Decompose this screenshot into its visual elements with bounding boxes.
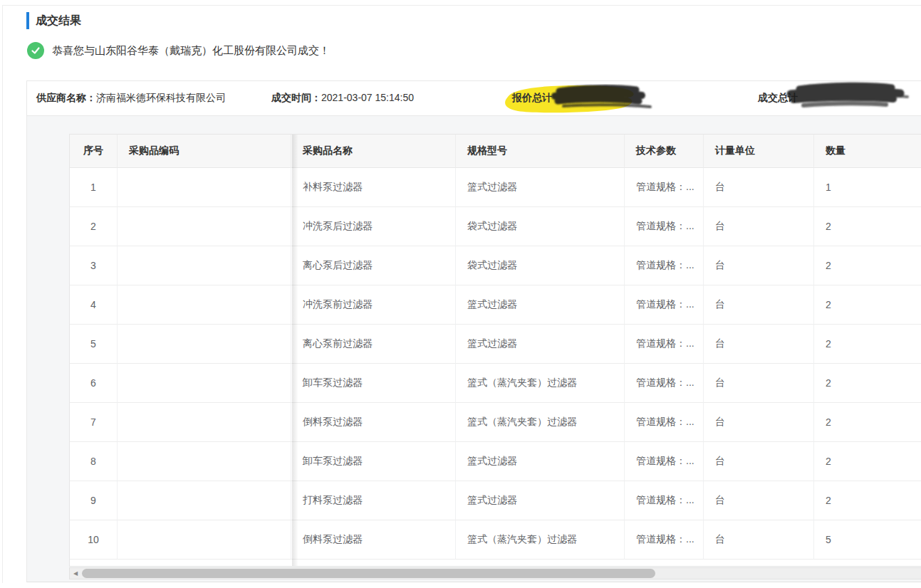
- cell-index: 8: [70, 442, 118, 481]
- cell-tech: 管道规格：...: [625, 364, 704, 403]
- cell-tech: 管道规格：...: [625, 442, 704, 481]
- cell-name: 冲洗泵前过滤器: [291, 285, 456, 325]
- cell-spec: 篮式过滤器: [456, 325, 625, 364]
- cell-code: [118, 364, 291, 403]
- cell-tech: 管道规格：...: [625, 481, 704, 520]
- success-check-icon: [27, 42, 44, 59]
- cell-index: 5: [70, 325, 118, 364]
- cell-qty: 2: [814, 325, 921, 364]
- table-row: 2冲洗泵后过滤器袋式过滤器管道规格：...台2: [70, 207, 921, 246]
- cell-unit: 台: [704, 403, 814, 442]
- supplier-label: 供应商名称：: [36, 92, 96, 103]
- column-header-unit: 计量单位: [704, 135, 814, 168]
- items-table: 序号采购品编码采购品名称规格型号技术参数计量单位数量 1补料泵过滤器篮式过滤器管…: [70, 135, 921, 560]
- cell-qty: 2: [814, 246, 921, 285]
- cell-index: 9: [70, 481, 118, 520]
- cell-spec: 篮式（蒸汽夹套）过滤器: [456, 364, 625, 403]
- cell-tech: 管道规格：...: [625, 325, 704, 364]
- cell-unit: 台: [704, 481, 814, 520]
- deal-result-page: 成交结果 恭喜您与山东阳谷华泰（戴瑞克）化工股份有限公司成交！ 供应商名称：济南…: [0, 0, 921, 588]
- cell-qty: 2: [814, 403, 921, 442]
- cell-code: [118, 481, 291, 520]
- cell-qty: 2: [814, 364, 921, 403]
- cell-unit: 台: [704, 325, 814, 364]
- cell-tech: 管道规格：...: [625, 246, 704, 285]
- cell-name: 离心泵前过滤器: [291, 325, 456, 364]
- cell-unit: 台: [704, 207, 814, 246]
- supplier-info: 供应商名称：济南福米德环保科技有限公司: [36, 92, 226, 105]
- cell-spec: 袋式过滤器: [456, 246, 625, 285]
- cell-tech: 管道规格：...: [625, 520, 704, 560]
- page-title: 成交结果: [36, 14, 81, 28]
- cell-index: 4: [70, 285, 118, 325]
- cell-index: 6: [70, 364, 118, 403]
- table-row: 1补料泵过滤器篮式过滤器管道规格：...台1: [70, 168, 921, 207]
- cell-spec: 篮式过滤器: [456, 442, 625, 481]
- cell-name: 离心泵后过滤器: [291, 246, 456, 285]
- table-row: 4冲洗泵前过滤器篮式过滤器管道规格：...台2: [70, 285, 921, 325]
- table-row: 10倒料泵过滤器篮式（蒸汽夹套）过滤器管道规格：...台5: [70, 520, 921, 560]
- cell-index: 1: [70, 168, 118, 207]
- cell-index: 3: [70, 246, 118, 285]
- success-message-text: 恭喜您与山东阳谷华泰（戴瑞克）化工股份有限公司成交！: [52, 44, 330, 58]
- scrollbar-left-arrow-icon[interactable]: ◀: [70, 568, 81, 579]
- items-table-viewport: 序号采购品编码采购品名称规格型号技术参数计量单位数量 1补料泵过滤器篮式过滤器管…: [69, 134, 921, 567]
- table-row: 8卸车泵过滤器篮式过滤器管道规格：...台2: [70, 442, 921, 481]
- cell-code: [118, 442, 291, 481]
- table-row: 5离心泵前过滤器篮式过滤器管道规格：...台2: [70, 325, 921, 364]
- cell-spec: 篮式（蒸汽夹套）过滤器: [456, 520, 625, 560]
- cell-name: 卸车泵过滤器: [291, 442, 456, 481]
- horizontal-scrollbar[interactable]: ◀: [69, 567, 921, 579]
- cell-index: 7: [70, 403, 118, 442]
- table-row: 7倒料泵过滤器篮式（蒸汽夹套）过滤器管道规格：...台2: [70, 403, 921, 442]
- cell-name: 补料泵过滤器: [291, 168, 456, 207]
- column-header-code: 采购品编码: [118, 135, 291, 168]
- deal-info-bar: 供应商名称：济南福米德环保科技有限公司 成交时间：2021-03-07 15:1…: [26, 80, 921, 116]
- deal-time-value: 2021-03-07 15:14:50: [321, 92, 414, 103]
- table-region: 序号采购品编码采购品名称规格型号技术参数计量单位数量 1补料泵过滤器篮式过滤器管…: [26, 116, 921, 582]
- cell-tech: 管道规格：...: [625, 207, 704, 246]
- cell-code: [118, 168, 291, 207]
- table-row: 6卸车泵过滤器篮式（蒸汽夹套）过滤器管道规格：...台2: [70, 364, 921, 403]
- quote-total-label: 报价总计: [512, 92, 552, 103]
- cell-tech: 管道规格：...: [625, 285, 704, 325]
- cell-name: 倒料泵过滤器: [291, 520, 456, 560]
- cell-qty: 1: [814, 168, 921, 207]
- cell-code: [118, 403, 291, 442]
- cell-spec: 篮式（蒸汽夹套）过滤器: [456, 403, 625, 442]
- column-header-tech: 技术参数: [625, 135, 704, 168]
- deal-time-label: 成交时间：: [271, 92, 321, 103]
- cell-qty: 5: [814, 520, 921, 560]
- scrollbar-thumb[interactable]: [82, 569, 655, 578]
- table-row: 9打料泵过滤器篮式过滤器管道规格：...台2: [70, 481, 921, 520]
- cell-name: 打料泵过滤器: [291, 481, 456, 520]
- cell-spec: 篮式过滤器: [456, 285, 625, 325]
- cell-qty: 2: [814, 481, 921, 520]
- cell-name: 倒料泵过滤器: [291, 403, 456, 442]
- table-header-row: 序号采购品编码采购品名称规格型号技术参数计量单位数量: [70, 135, 921, 168]
- cell-index: 10: [70, 520, 118, 560]
- cell-unit: 台: [704, 442, 814, 481]
- column-header-qty: 数量: [814, 135, 921, 168]
- cell-code: [118, 207, 291, 246]
- column-header-name: 采购品名称: [291, 135, 456, 168]
- cell-code: [118, 325, 291, 364]
- cell-unit: 台: [704, 246, 814, 285]
- cell-tech: 管道规格：...: [625, 403, 704, 442]
- cell-name: 卸车泵过滤器: [291, 364, 456, 403]
- cell-name: 冲洗泵后过滤器: [291, 207, 456, 246]
- cell-unit: 台: [704, 285, 814, 325]
- cell-qty: 2: [814, 207, 921, 246]
- cell-code: [118, 246, 291, 285]
- cell-qty: 2: [814, 285, 921, 325]
- black-scribble-redaction: [779, 80, 915, 116]
- deal-time-info: 成交时间：2021-03-07 15:14:50: [271, 92, 414, 105]
- column-header-index: 序号: [70, 135, 118, 168]
- cell-spec: 篮式过滤器: [456, 168, 625, 207]
- cell-tech: 管道规格：...: [625, 168, 704, 207]
- title-accent-bar: [26, 12, 29, 29]
- cell-index: 2: [70, 207, 118, 246]
- cell-spec: 篮式过滤器: [456, 481, 625, 520]
- cell-code: [118, 520, 291, 560]
- cell-unit: 台: [704, 520, 814, 560]
